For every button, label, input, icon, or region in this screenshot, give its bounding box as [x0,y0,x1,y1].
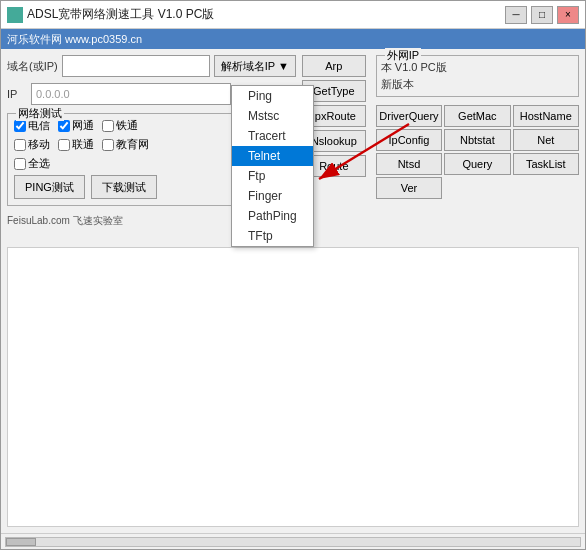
getmac-button[interactable]: GetMac [444,105,510,127]
outer-ip-section: 外网IP 本 V1.0 PC版 新版本 [376,55,579,97]
ip-label: IP [7,88,27,100]
hostname-button[interactable]: HostName [513,105,579,127]
dropdown-menu: Ping Mstsc Tracert Telnet Ftp Finger Pat… [231,85,314,247]
checkbox-edu[interactable]: 教育网 [102,137,149,152]
download-test-button[interactable]: 下载测试 [91,175,157,199]
tasklist-button[interactable]: TaskList [513,153,579,175]
status-text: FeisuLab.com 飞速实验室 [7,215,123,226]
ipconfig-button[interactable]: IpConfig [376,129,442,151]
parse-button[interactable]: 解析域名IP ▼ [214,55,296,77]
maximize-button[interactable]: □ [531,6,553,24]
nbtstat-button[interactable]: Nbtstat [444,129,510,151]
update-info: 新版本 [381,77,574,92]
dropdown-ping[interactable]: Ping [232,86,313,106]
ntsd-button[interactable]: Ntsd [376,153,442,175]
tool-buttons-grid: DriverQuery GetMac HostName IpConfig Nbt… [376,105,579,199]
window-controls: ─ □ × [505,6,579,24]
dropdown-tftp[interactable]: TFtp [232,226,313,246]
ip-input[interactable] [31,83,231,105]
dropdown-finger[interactable]: Finger [232,186,313,206]
net-button[interactable]: Net [513,129,579,151]
right-panel: 外网IP 本 V1.0 PC版 新版本 DriverQuery GetMac H… [376,55,579,241]
horizontal-scrollbar[interactable] [1,533,585,549]
query-button[interactable]: Query [444,153,510,175]
window-title: ADSL宽带网络测速工具 V1.0 PC版 [27,6,505,23]
ping-test-button[interactable]: PING测试 [14,175,85,199]
dropdown-tracert[interactable]: Tracert [232,126,313,146]
close-button[interactable]: × [557,6,579,24]
arp-button[interactable]: Arp [302,55,366,77]
network-test-label: 网络测试 [16,106,64,121]
domain-label: 域名(或IP) [7,59,58,74]
domain-row: 域名(或IP) 解析域名IP ▼ [7,55,296,77]
dropdown-ftp[interactable]: Ftp [232,166,313,186]
dropdown-telnet[interactable]: Telnet [232,146,313,166]
main-content: 域名(或IP) 解析域名IP ▼ IP 网络测试 电信 [1,49,585,247]
outer-ip-label: 外网IP [385,48,421,63]
minimize-button[interactable]: ─ [505,6,527,24]
watermark-text: 河乐软件网 www.pc0359.cn [7,32,142,47]
checkbox-unicom[interactable]: 联通 [58,137,94,152]
main-window: ADSL宽带网络测速工具 V1.0 PC版 ─ □ × 河乐软件网 www.pc… [0,0,586,550]
driverquery-button[interactable]: DriverQuery [376,105,442,127]
bottom-content-area [7,247,579,527]
app-icon [7,7,23,23]
title-bar: ADSL宽带网络测速工具 V1.0 PC版 ─ □ × [1,1,585,29]
checkbox-mobile[interactable]: 移动 [14,137,50,152]
checkbox-tietong[interactable]: 铁通 [102,118,138,133]
ver-button[interactable]: Ver [376,177,442,199]
domain-input[interactable] [62,55,210,77]
dropdown-mstsc[interactable]: Mstsc [232,106,313,126]
dropdown-pathping[interactable]: PathPing [232,206,313,226]
scrollbar-thumb[interactable] [6,538,36,546]
watermark-bar: 河乐软件网 www.pc0359.cn [1,29,585,49]
scrollbar-track[interactable] [5,537,581,547]
